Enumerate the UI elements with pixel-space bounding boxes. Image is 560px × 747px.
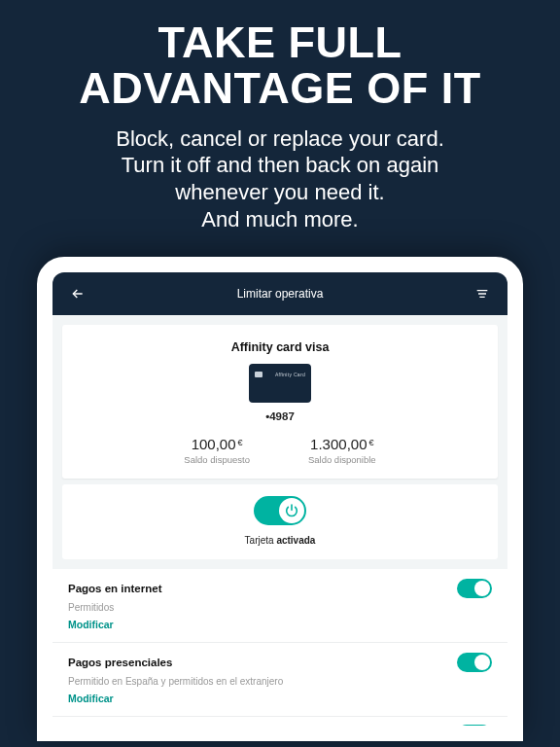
card-activation-label: Tarjeta activada <box>62 535 498 546</box>
card-number-mask: •4987 <box>80 410 480 422</box>
setting-title: Retiradas de efectivo cajeros <box>68 729 223 740</box>
balance-available-currency: € <box>368 438 373 447</box>
back-button[interactable] <box>66 282 89 305</box>
balance-used-currency: € <box>238 438 243 447</box>
toggle-knob <box>279 498 304 523</box>
power-icon <box>284 503 299 518</box>
hero-sub-line4: And much more. <box>201 207 358 231</box>
app-bar-title: Limitar operativa <box>89 287 471 301</box>
hero-title-line1: TAKE FULL <box>158 18 402 67</box>
balance-available-value: 1.300,00€ <box>308 436 376 452</box>
balance-available-label: Saldo disponible <box>308 454 376 465</box>
toggle-dot-icon <box>474 727 490 741</box>
balances: 100,00€ Saldo dispuesto 1.300,00€ Saldo … <box>80 436 480 465</box>
setting-modify-link[interactable]: Modificar <box>68 693 114 704</box>
setting-desc: Permitido en España y permitidos en el e… <box>68 676 492 687</box>
toggle-dot-icon <box>474 655 490 670</box>
card-image[interactable]: Affinity Card <box>249 364 311 403</box>
balance-used-label: Saldo dispuesto <box>184 454 250 465</box>
card-activation-panel: Tarjeta activada <box>62 484 498 559</box>
hero-sub-line2: Turn it off and then back on again <box>122 153 439 177</box>
menu-button[interactable] <box>471 282 494 305</box>
setting-modify-link[interactable]: Modificar <box>68 619 114 630</box>
setting-desc: Permitidos <box>68 602 492 613</box>
card-power-toggle[interactable] <box>254 496 306 525</box>
hero-sub-line3: whenever you need it. <box>175 180 384 204</box>
balance-used: 100,00€ Saldo dispuesto <box>184 436 250 465</box>
toggle-dot-icon <box>474 581 490 596</box>
device-mockup: Limitar operativa Affinity card visa Aff… <box>37 257 523 741</box>
balance-used-value: 100,00€ <box>184 436 250 452</box>
balance-available: 1.300,00€ Saldo disponible <box>308 436 376 465</box>
setting-toggle-in-person[interactable] <box>457 653 492 672</box>
hero-title: TAKE FULL ADVANTAGE OF IT <box>27 19 533 112</box>
card-chip-icon <box>255 372 262 377</box>
settings-list: Pagos en internet Permitidos Modificar P… <box>52 569 508 741</box>
activation-state: activada <box>276 535 315 546</box>
setting-toggle-internet[interactable] <box>457 579 492 598</box>
card-brand-text: Affinity Card <box>275 372 305 377</box>
setting-row-internet-payments: Pagos en internet Permitidos Modificar <box>52 569 508 643</box>
card-name: Affinity card visa <box>80 340 480 354</box>
setting-row-in-person-payments: Pagos presenciales Permitido en España y… <box>52 643 508 717</box>
activation-prefix: Tarjeta <box>245 535 277 546</box>
balance-available-amount: 1.300,00 <box>310 436 367 452</box>
setting-title: Pagos en internet <box>68 583 162 594</box>
arrow-left-icon <box>70 286 86 302</box>
setting-toggle-atm[interactable] <box>457 725 492 741</box>
app-bar: Limitar operativa <box>52 272 508 315</box>
balance-used-amount: 100,00 <box>192 436 236 452</box>
hero-title-line2: ADVANTAGE OF IT <box>79 63 480 113</box>
menu-icon <box>474 286 490 302</box>
setting-row-atm-withdrawals: Retiradas de efectivo cajeros <box>52 717 508 741</box>
card-summary-panel: Affinity card visa Affinity Card •4987 1… <box>62 325 498 479</box>
hero: TAKE FULL ADVANTAGE OF IT Block, cancel … <box>0 0 560 257</box>
hero-subtitle: Block, cancel or replace your card. Turn… <box>27 125 533 234</box>
hero-sub-line1: Block, cancel or replace your card. <box>116 126 444 151</box>
setting-title: Pagos presenciales <box>68 657 172 668</box>
